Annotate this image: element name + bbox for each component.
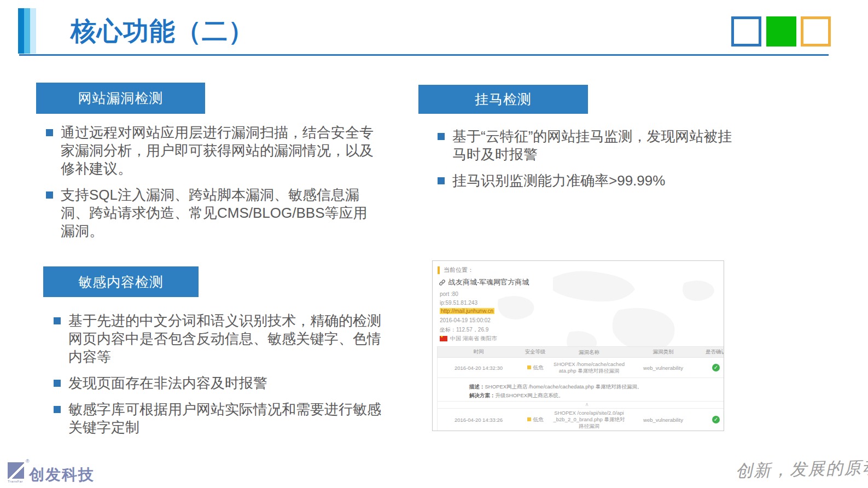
web-vuln-bullet-list: 通过远程对网站应用层进行漏洞扫描，结合安全专家漏洞分析，用户即可获得网站的漏洞情… xyxy=(46,124,377,248)
bullet-item: 通过远程对网站应用层进行漏洞扫描，结合安全专家漏洞分析，用户即可获得网站的漏洞情… xyxy=(46,124,377,178)
product-screenshot-panel: 当前位置： 战友商城-军魂网官方商城 port :80 ip:59.51.81.… xyxy=(432,260,724,431)
level-text: 低危 xyxy=(533,364,544,370)
collapse-chevron-icon: ∧ xyxy=(437,402,724,409)
bullet-square-icon xyxy=(46,129,53,136)
cell-name: SHOPEX /core/api/site/2.0/api_b2b_2_0_br… xyxy=(551,409,627,431)
level-text: 低危 xyxy=(533,416,544,422)
table-row: 2016-04-20 14:33:26 低危 SHOPEX /core/api/… xyxy=(437,409,724,431)
bullet-square-icon xyxy=(46,191,53,199)
bullet-item: 敏感字库可根据用户网站实际情况和需要进行敏感关键字定制 xyxy=(54,400,385,437)
cell-name: SHOPEX /home/cache/cachedata.php 暴露绝对路径漏… xyxy=(551,360,627,375)
cell-confirm xyxy=(699,364,724,371)
site-ip: ip:59.51.81.243 xyxy=(440,300,477,306)
level-square-icon xyxy=(527,365,531,369)
title-divider-line xyxy=(19,54,829,56)
page-title: 核心功能（二） xyxy=(71,14,254,49)
detail-solution-line: 解决方案：升级SHOPEX网上商店系统。 xyxy=(469,391,724,400)
trojan-bullet-list: 基于“云特征”的网站挂马监测，发现网站被挂马时及时报警 挂马识别监测能力准确率>… xyxy=(438,127,737,198)
col-header-confirm: 是否确认 xyxy=(699,348,724,356)
bullet-square-icon xyxy=(438,177,445,184)
detail-description-line: 描述：SHOPEX网上商店 /home/cache/cachedata.php … xyxy=(469,382,724,391)
bullet-item: 挂马识别监测能力准确率>99.99% xyxy=(438,172,737,190)
section-header-trojan: 挂马检测 xyxy=(418,85,588,114)
bullet-text: 通过远程对网站应用层进行漏洞扫描，结合安全专家漏洞分析，用户即可获得网站的漏洞情… xyxy=(61,124,377,178)
col-header-level: 安全等级 xyxy=(520,348,551,356)
col-header-category: 漏洞类别 xyxy=(627,348,699,356)
bullet-text: 基于先进的中文分词和语义识别技术，精确的检测网页内容中是否包含反动信息、敏感关键… xyxy=(68,312,385,366)
table-header-row: 时间 安全等级 漏洞名称 漏洞类别 是否确认 xyxy=(437,346,724,358)
cell-time: 2016-04-20 14:33:26 xyxy=(438,417,520,423)
bullet-text: 挂马识别监测能力准确率>99.99% xyxy=(452,172,665,190)
bullet-square-icon xyxy=(438,133,445,140)
confirmed-check-icon xyxy=(712,364,720,371)
bullet-item: 支持SQL注入漏洞、跨站脚本漏洞、敏感信息漏洞、跨站请求伪造、常见CMS/BLO… xyxy=(46,186,377,240)
accent-bar-dark xyxy=(18,8,24,54)
bullet-item: 基于“云特征”的网站挂马监测，发现网站被挂马时及时报警 xyxy=(438,127,737,164)
sensitive-bullet-list: 基于先进的中文分词和语义识别技术，精确的检测网页内容中是否包含反动信息、敏感关键… xyxy=(54,312,385,445)
bullet-text: 支持SQL注入漏洞、跨站脚本漏洞、敏感信息漏洞、跨站请求伪造、常见CMS/BLO… xyxy=(61,186,377,240)
company-logo-subtext: TransFar xyxy=(8,480,23,483)
accent-bar-medium xyxy=(24,8,30,54)
confirmed-check-icon xyxy=(712,416,720,423)
link-icon xyxy=(439,279,446,286)
bullet-text: 发现页面存在非法内容及时报警 xyxy=(68,374,267,392)
geo-location: 中国 湖南省 衡阳市 xyxy=(450,335,497,342)
registered-trademark-symbol: ® xyxy=(26,458,30,464)
bullet-text: 敏感字库可根据用户网站实际情况和需要进行敏感关键字定制 xyxy=(68,400,385,437)
cell-confirm xyxy=(699,416,724,423)
bullet-item: 发现页面存在非法内容及时报警 xyxy=(54,374,385,392)
site-url-row: http://mail.junhunw.cn xyxy=(440,308,494,314)
slide: 核心功能（二） 网站漏洞检测 通过远程对网站应用层进行漏洞扫描，结合安全专家漏洞… xyxy=(0,0,868,488)
deco-square-blue-outline xyxy=(731,16,761,47)
accent-bar-light xyxy=(30,8,36,54)
cell-time: 2016-04-20 14:32:30 xyxy=(438,365,520,371)
breadcrumb: 当前位置： xyxy=(438,266,474,274)
level-square-icon xyxy=(527,417,531,421)
footer-slogan: 创新，发展的原动力！ xyxy=(736,455,868,483)
deco-square-green-filled xyxy=(766,16,796,47)
site-name: 战友商城-军魂网官方商城 xyxy=(448,277,529,287)
breadcrumb-label: 当前位置： xyxy=(444,266,474,274)
bullet-item: 基于先进的中文分词和语义识别技术，精确的检测网页内容中是否包含反动信息、敏感关键… xyxy=(54,312,385,366)
geo-coordinates: 坐标：112.57，26.9 xyxy=(440,326,488,334)
col-header-name: 漏洞名称 xyxy=(551,348,627,357)
detail-desc-label: 描述： xyxy=(469,384,485,390)
section-header-sensitive: 敏感内容检测 xyxy=(43,266,199,297)
company-logo-name: 创发科技 xyxy=(29,464,95,485)
detail-solution-label: 解决方案： xyxy=(469,392,496,398)
table-row: 2016-04-20 14:32:30 低危 SHOPEX /home/cach… xyxy=(437,358,724,378)
vulnerability-table: 时间 安全等级 漏洞名称 漏洞类别 是否确认 2016-04-20 14:32:… xyxy=(437,346,724,431)
geo-location-row: 中国 湖南省 衡阳市 xyxy=(440,335,497,342)
cell-category: web_vulnerability xyxy=(627,365,699,371)
scan-time: 2016-04-19 15:00:02 xyxy=(440,317,491,323)
bullet-square-icon xyxy=(54,380,61,387)
company-logo-icon xyxy=(8,462,24,479)
breadcrumb-accent-bar xyxy=(438,266,440,274)
bullet-square-icon xyxy=(54,317,61,324)
detail-solution-text: 升级SHOPEX网上商店系统。 xyxy=(496,392,564,398)
cell-category: web_vulnerability xyxy=(627,417,699,423)
china-flag-icon xyxy=(440,336,447,341)
bullet-square-icon xyxy=(54,406,61,413)
detail-desc-text: SHOPEX网上商店 /home/cache/cachedata.php 暴露绝… xyxy=(485,384,643,390)
site-title-row: 战友商城-军魂网官方商城 xyxy=(439,277,529,287)
row-detail-expanded: 描述：SHOPEX网上商店 /home/cache/cachedata.php … xyxy=(437,378,724,402)
bullet-text: 基于“云特征”的网站挂马监测，发现网站被挂马时及时报警 xyxy=(452,127,737,164)
section-header-web-vuln: 网站漏洞检测 xyxy=(36,83,205,114)
cell-level: 低危 xyxy=(520,416,551,423)
col-header-time: 时间 xyxy=(438,348,520,356)
site-url-highlighted: http://mail.junhunw.cn xyxy=(440,308,494,314)
deco-square-orange-outline xyxy=(801,16,831,47)
site-port: port :80 xyxy=(440,291,458,297)
cell-level: 低危 xyxy=(520,364,551,371)
title-accent-bars xyxy=(18,8,36,54)
